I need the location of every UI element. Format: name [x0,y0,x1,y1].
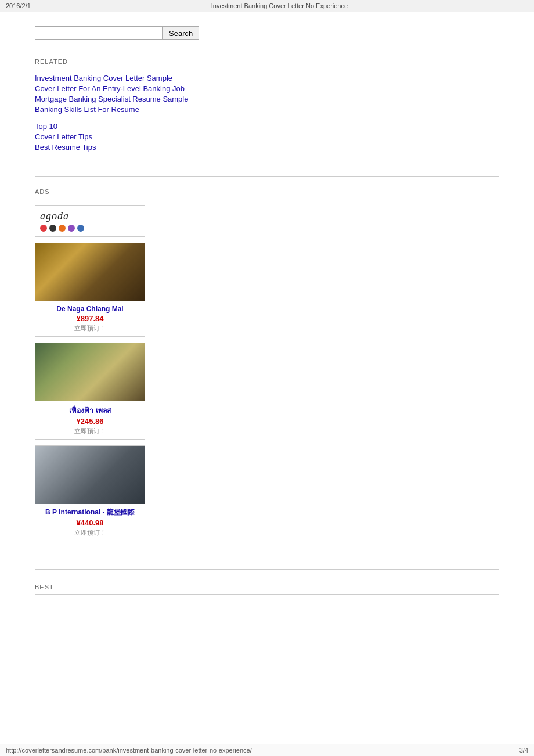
hotel-card-3[interactable]: B P International - 龍堡國際 ¥440.98 立即预订！ [35,445,145,541]
browser-date: 2016/2/1 [6,2,31,9]
hotel-image-3 [35,446,145,504]
agoda-card[interactable]: agoda [35,205,145,237]
ads-label: ADS [35,188,499,195]
hotel-image-2 [35,343,145,401]
divider-best [35,569,499,570]
hotel-name-1: De Naga Chiang Mai [38,305,142,313]
dot-red [40,225,47,232]
related-link-2[interactable]: Cover Letter For An Entry-Level Banking … [35,84,185,93]
list-item: Top 10 [35,122,499,131]
hotel-price-2: ¥245.86 [35,417,145,426]
hotel-image-1 [35,243,145,301]
extra-link-2[interactable]: Cover Letter Tips [35,132,92,141]
related-link-3[interactable]: Mortgage Banking Specialist Resume Sampl… [35,95,188,103]
related-label: RELATED [35,58,499,65]
browser-page-title: Investment Banking Cover Letter No Exper… [211,2,348,9]
extra-link-3[interactable]: Best Resume Tips [35,143,96,152]
hotel-book-1: 立即预订！ [35,324,145,333]
hotel-card-2[interactable]: เฟื่องฟ้า เพลส ¥245.86 立即预订！ [35,343,145,440]
best-label: BEST [35,584,499,591]
hotel-book-2: 立即预订！ [35,427,145,435]
dot-orange [59,225,66,232]
divider-after-related [35,160,499,160]
list-item: Cover Letter Tips [35,132,499,141]
related-link-4[interactable]: Banking Skills List For Resume [35,105,139,114]
hotel-price-1: ¥897.84 [35,314,145,323]
extra-links-list: Top 10 Cover Letter Tips Best Resume Tip… [35,122,499,152]
agoda-dots [40,225,140,232]
ads-section: ADS agoda De Naga Chiang Mai ¥897.84 立即预… [35,188,499,541]
hotel-card-1[interactable]: De Naga Chiang Mai ¥897.84 立即预订！ [35,243,145,337]
dot-purple [68,225,75,232]
divider-ads [35,199,499,199]
list-item: Best Resume Tips [35,143,499,152]
hotel-name-3: B P International - 龍堡國際 [38,507,142,517]
search-input[interactable] [35,26,163,40]
hotel-book-3: 立即预订！ [35,528,145,537]
divider-best-inner [35,594,499,595]
search-button[interactable]: Search [163,26,199,40]
hotel-price-3: ¥440.98 [35,519,145,527]
divider-ads-top [35,176,499,177]
best-section: BEST [35,584,499,595]
extra-link-1[interactable]: Top 10 [35,122,57,131]
list-item: Cover Letter For An Entry-Level Banking … [35,84,499,93]
agoda-logo: agoda [40,210,140,222]
list-item: Banking Skills List For Resume [35,105,499,114]
related-links-list: Investment Banking Cover Letter Sample C… [35,74,499,114]
list-item: Investment Banking Cover Letter Sample [35,74,499,82]
list-item: Mortgage Banking Specialist Resume Sampl… [35,95,499,103]
divider-top [35,52,499,52]
divider-related [35,69,499,69]
dot-blue [77,225,84,232]
search-bar: Search [35,26,499,40]
hotel-name-2: เฟื่องฟ้า เพลส [38,405,142,416]
divider-best-top [35,553,499,553]
dot-black [49,225,56,232]
related-link-1[interactable]: Investment Banking Cover Letter Sample [35,74,172,82]
